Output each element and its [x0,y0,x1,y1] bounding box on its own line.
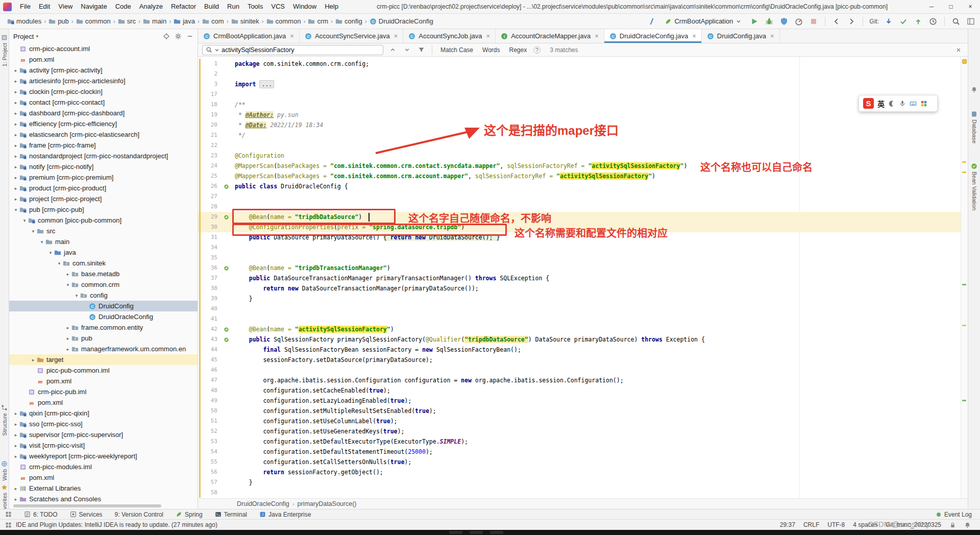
breadcrumb-method[interactable]: primaryDataSource() [298,500,357,507]
code-line-23[interactable]: 23@Configuration [198,151,961,161]
code-line-26[interactable]: 26public class DruidOracleConfig { [198,181,961,191]
collapse-arrow-icon[interactable]: ▾ [30,229,37,234]
words-toggle[interactable]: Words [480,45,502,55]
line-number[interactable]: 57 [198,477,222,488]
tab-accountoraclemapper-java[interactable]: IAccountOracleMapper.java× [496,29,604,43]
collapse-arrow-icon[interactable]: ▾ [56,261,63,266]
match-case-toggle[interactable]: Match Case [438,45,476,55]
stripe-mark[interactable] [962,284,966,285]
code-line-40[interactable]: 40 [198,304,961,314]
expand-arrow-icon[interactable]: ▸ [12,132,19,137]
code-line-51[interactable]: 51 configuration.setUseColumnLabel(true)… [198,416,961,426]
code-line-44[interactable]: 44 final SqlSessionFactoryBean sessionFa… [198,345,961,355]
breadcrumb-main[interactable]: main [143,17,166,25]
tree-item-dashboard-crm-picc-dashboard[interactable]: ▸dashboard [crm-picc-dashboard] [9,108,198,118]
taskbar-item[interactable] [490,531,503,534]
line-number[interactable]: 24 [198,161,222,171]
breadcrumb-modules[interactable]: modules [7,17,41,25]
history-button[interactable] [928,16,938,27]
code-line-53[interactable]: 53 configuration.setDefaultExecutorType(… [198,436,961,447]
expand-arrow-icon[interactable]: ▸ [64,347,71,352]
code-line-58[interactable]: 58 [198,488,961,498]
menu-help[interactable]: Help [321,0,342,13]
tool-window-6-todo[interactable]: 6: TODO [24,511,58,518]
menu-vcs[interactable]: VCS [267,0,289,13]
line-number[interactable]: 35 [198,253,222,263]
git-update-button[interactable] [884,16,894,27]
close-tab-icon[interactable]: × [394,32,398,40]
back-button[interactable] [831,16,842,27]
next-match-button[interactable] [402,45,412,55]
line-number[interactable]: 40 [198,304,222,314]
ime-language-mode[interactable]: 英 [877,99,885,109]
menu-analyze[interactable]: Analyze [135,0,167,13]
collapse-arrow-icon[interactable]: ▾ [38,239,45,245]
collapse-arrow-icon[interactable]: ▾ [73,293,80,298]
code-line-17[interactable]: 17 [198,89,961,100]
line-number[interactable]: 41 [198,314,222,324]
line-number[interactable]: 25 [198,171,222,181]
indent-size[interactable]: 4 spaces [853,521,877,528]
code-line-43[interactable]: 43 public SqlSessionFactory primarySqlSe… [198,334,961,345]
git-branch[interactable]: Git: trunc_20220325 [886,521,941,528]
coverage-button[interactable] [779,16,789,27]
line-number[interactable]: 49 [198,396,222,406]
tree-item-pom-xml[interactable]: mpom.xml [9,472,198,483]
code-line-54[interactable]: 54 configuration.setDefaultStatementTime… [198,447,961,457]
code-line-45[interactable]: 45 sessionFactory.setDataSource(primaryD… [198,355,961,365]
breadcrumb-pub[interactable]: pub [48,17,69,25]
breadcrumb-druidoracleconfig[interactable]: CDruidOracleConfig [370,17,433,25]
code-line-41[interactable]: 41 [198,314,961,324]
expand-arrow-icon[interactable]: ▸ [12,79,19,84]
line-number[interactable]: 17 [198,89,222,100]
code-line-18[interactable]: 18/** [198,100,961,110]
code-line-56[interactable]: 56 return sessionFactory.getObject(); [198,467,961,477]
tree-item-src[interactable]: ▾src [9,226,198,236]
breadcrumb-config[interactable]: config [335,17,362,25]
breadcrumb-class[interactable]: DruidOracleConfig [237,500,289,507]
maximize-button[interactable]: □ [941,0,961,13]
menu-tools[interactable]: Tools [243,0,267,13]
expand-arrow-icon[interactable]: ▸ [12,486,19,491]
expand-arrow-icon[interactable]: ▸ [12,186,19,191]
expand-arrow-icon[interactable]: ▸ [12,411,19,416]
code-line-2[interactable]: 2 [198,69,961,79]
tree-item-frame-common-entity[interactable]: ▸frame.common.entity [9,322,198,333]
expand-arrow-icon[interactable]: ▸ [12,443,19,448]
code-line-57[interactable]: 57 } [198,477,961,488]
run-button[interactable] [749,16,760,27]
menu-navigate[interactable]: Navigate [77,0,111,13]
code-line-36[interactable]: 36 @Bean(name = "tripdbTransactionManage… [198,263,961,273]
status-grid-icon[interactable] [5,522,12,528]
code-line-29[interactable]: 29 @Bean(name = "tripdbDataSource") [198,212,961,222]
search-history-icon[interactable] [214,47,220,53]
tool-window-event-log[interactable]: Event Log [936,511,972,518]
expand-arrow-icon[interactable]: ▸ [64,325,71,330]
breadcrumb-sinitek[interactable]: sinitek [231,17,259,25]
tree-item-activity-crm-picc-activity[interactable]: ▸activity [crm-picc-activity] [9,65,198,76]
code-line-47[interactable]: 47 org.apache.ibatis.session.Configurati… [198,375,961,385]
tree-item-pom-xml[interactable]: mpom.xml [9,376,198,386]
code-line-27[interactable]: 27 [198,191,961,202]
tree-item-efficiency-crm-picc-efficiency[interactable]: ▸efficiency [crm-picc-efficiency] [9,118,198,129]
line-separator[interactable]: CRLF [803,521,819,528]
tree-item-managerframework-um-common-en[interactable]: ▸managerframework.um.common.en [9,344,198,354]
line-number[interactable]: 18 [198,100,222,110]
filter-button[interactable] [416,45,426,55]
breadcrumb-common[interactable]: common [76,17,111,25]
line-number[interactable]: 55 [198,457,222,467]
tree-item-pub[interactable]: ▸pub [9,333,198,344]
tree-item-pub-crm-picc-pub[interactable]: ▾pub [crm-picc-pub] [9,204,198,215]
expand-arrow-icon[interactable]: ▸ [12,497,19,502]
line-number[interactable]: 1 [198,59,222,69]
tree-item-target[interactable]: ▸target [9,354,198,365]
code-line-39[interactable]: 39 } [198,294,961,304]
line-number[interactable]: 36 [198,263,222,273]
expand-arrow-icon[interactable]: ▸ [64,272,71,277]
menu-edit[interactable]: Edit [35,0,54,13]
error-stripe[interactable] [961,57,968,498]
line-number[interactable]: 56 [198,467,222,477]
code-line-24[interactable]: 24@MapperScan(basePackages = "com.sinite… [198,161,961,171]
line-number[interactable]: 54 [198,447,222,457]
project-panel-title[interactable]: Project [13,33,34,40]
